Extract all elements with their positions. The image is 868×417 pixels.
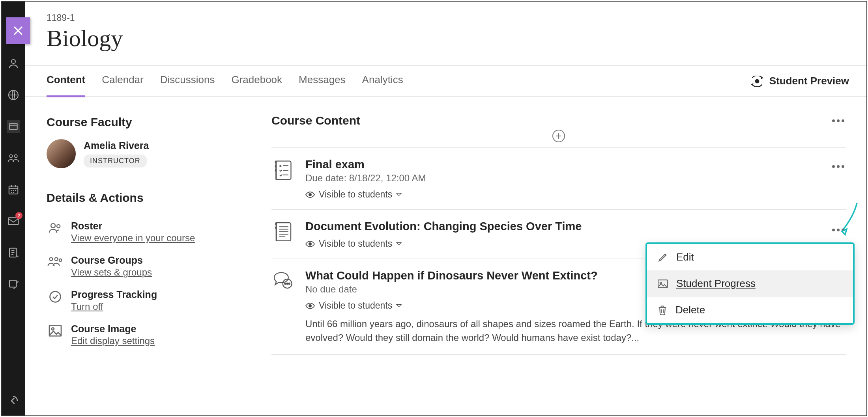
course-tabs: Content Calendar Discussions Gradebook M… [47, 65, 403, 97]
progress-link[interactable]: Turn off [71, 301, 103, 312]
calendar-icon[interactable] [7, 183, 20, 196]
svg-point-17 [52, 328, 54, 330]
item-options-button[interactable] [830, 229, 846, 231]
action-image: Course Image Edit display settings [47, 318, 236, 352]
svg-rect-16 [49, 326, 61, 336]
groups-label: Course Groups [71, 255, 152, 266]
messages-icon[interactable]: 2 [7, 214, 20, 228]
faculty-card[interactable]: Amelia Rivera INSTRUCTOR [47, 139, 236, 184]
avatar [47, 139, 76, 168]
item-title: Final exam [305, 158, 846, 171]
messages-badge: 2 [15, 212, 22, 219]
tab-content[interactable]: Content [47, 65, 85, 97]
menu-student-progress[interactable]: Student Progress [647, 270, 853, 297]
course-title: Biology [47, 25, 866, 52]
student-preview-button[interactable]: Student Preview [750, 75, 849, 87]
image-icon [47, 323, 64, 337]
svg-point-22 [287, 283, 288, 284]
item-options-button[interactable] [830, 165, 846, 168]
tab-discussions[interactable]: Discussions [160, 65, 215, 97]
content-item-final-exam[interactable]: Final exam Due date: 8/18/22, 12:00 AM V… [271, 148, 846, 210]
svg-point-18 [309, 194, 311, 196]
svg-point-3 [9, 155, 12, 158]
svg-point-14 [59, 259, 62, 262]
svg-point-19 [309, 243, 311, 245]
tools-icon[interactable] [7, 277, 20, 291]
action-roster: Roster View everyone in your course [47, 215, 236, 249]
svg-point-0 [11, 60, 15, 63]
content-options-button[interactable] [830, 119, 846, 122]
svg-point-12 [50, 258, 53, 261]
progress-label: Progress Tracking [71, 289, 157, 300]
svg-point-13 [55, 258, 58, 261]
groups-icon [47, 255, 64, 268]
course-content-heading: Course Content [271, 114, 360, 127]
courses-icon[interactable] [7, 120, 20, 133]
grades-icon[interactable] [7, 246, 20, 259]
tab-gradebook[interactable]: Gradebook [231, 65, 282, 97]
roster-icon [47, 220, 64, 235]
item-title: Document Evolution: Changing Species Ove… [305, 220, 846, 233]
global-nav-rail: 2 [2, 2, 25, 415]
progress-icon [47, 289, 64, 304]
svg-rect-2 [9, 123, 17, 129]
svg-point-4 [14, 155, 17, 158]
svg-point-11 [57, 225, 60, 228]
svg-point-23 [289, 283, 290, 284]
add-content-button[interactable] [552, 130, 565, 142]
back-icon[interactable] [7, 394, 20, 408]
action-groups: Course Groups View sets & groups [47, 249, 236, 283]
faculty-name: Amelia Rivera [84, 140, 149, 151]
groups-icon[interactable] [7, 151, 20, 165]
student-preview-label: Student Preview [769, 75, 849, 87]
faculty-role-badge: INSTRUCTOR [84, 155, 147, 168]
svg-point-10 [51, 223, 55, 228]
details-actions-heading: Details & Actions [47, 191, 236, 205]
groups-link[interactable]: View sets & groups [71, 267, 152, 278]
svg-point-21 [284, 283, 286, 284]
visibility-toggle[interactable]: Visible to students [305, 189, 846, 200]
document-icon [271, 220, 295, 249]
course-header: 1189-1 Biology [25, 2, 866, 52]
item-due-date: Due date: 8/18/22, 12:00 AM [305, 173, 846, 184]
item-context-menu: Edit Student Progress Delete [645, 242, 855, 325]
action-progress: Progress Tracking Turn off [47, 283, 236, 318]
svg-rect-8 [9, 280, 17, 287]
menu-delete[interactable]: Delete [647, 297, 853, 323]
image-link[interactable]: Edit display settings [71, 335, 155, 346]
institution-icon[interactable] [7, 88, 20, 102]
svg-point-15 [50, 292, 61, 302]
profile-icon[interactable] [7, 57, 20, 70]
course-code: 1189-1 [47, 13, 866, 23]
image-label: Course Image [71, 323, 155, 335]
menu-edit[interactable]: Edit [647, 244, 853, 270]
tab-calendar[interactable]: Calendar [102, 65, 144, 97]
tab-messages[interactable]: Messages [299, 65, 346, 97]
close-panel-button[interactable] [6, 17, 30, 44]
tab-analytics[interactable]: Analytics [362, 65, 403, 97]
roster-link[interactable]: View everyone in your course [71, 233, 195, 244]
test-icon [271, 158, 295, 200]
svg-point-24 [309, 305, 311, 307]
roster-label: Roster [71, 220, 195, 232]
course-faculty-heading: Course Faculty [47, 115, 236, 129]
discussion-icon [271, 269, 295, 345]
svg-point-9 [755, 79, 759, 83]
